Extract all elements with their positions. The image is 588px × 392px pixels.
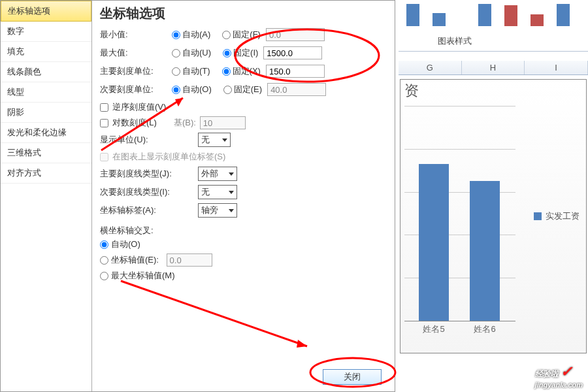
minor-fixed-radio[interactable]: 固定(E) (223, 84, 262, 95)
dialog-main: 坐标轴选项 最小值: 自动(A) 固定(F) 最大值: 自动(U) 固定(I) … (92, 1, 395, 391)
major-tick-select[interactable]: 外部 (198, 167, 237, 181)
reverse-label: 逆序刻度值(V) (112, 101, 166, 113)
chart-bar[interactable] (470, 181, 500, 321)
sidebar-item-line-color[interactable]: 线条颜色 (1, 62, 91, 82)
cross-max-label: 最大坐标轴值(M) (111, 270, 175, 282)
max-auto-radio[interactable]: 自动(U) (172, 47, 211, 59)
minor-label: 次要刻度单位: (100, 84, 172, 95)
minor-tick-select[interactable]: 无 (198, 185, 237, 199)
cross-title: 横坐标轴交叉: (100, 225, 387, 237)
thumb-bar (433, 13, 446, 26)
cross-value-radio[interactable] (100, 256, 108, 265)
thumb-bar (504, 5, 517, 26)
cross-auto-radio[interactable] (100, 240, 108, 249)
min-auto-radio[interactable]: 自动(A) (172, 29, 210, 41)
cross-max-radio[interactable] (100, 272, 108, 280)
col-header-h[interactable]: H (462, 61, 525, 74)
sidebar-item-fill[interactable]: 填充 (1, 42, 91, 62)
display-unit-label: 显示单位(U): (100, 134, 198, 146)
major-tick-label: 主要刻度线类型(J): (100, 168, 198, 180)
ribbon-chart-thumbs (399, 0, 588, 26)
thumb-bar (406, 4, 419, 26)
check-icon: ✓ (561, 363, 572, 380)
cross-value-label: 坐标轴值(E): (111, 254, 159, 266)
legend-swatch-icon (534, 212, 542, 220)
sidebar-item-number[interactable]: 数字 (1, 22, 91, 42)
axis-options-dialog: 坐标轴选项 数字 填充 线条颜色 线型 阴影 发光和柔化边缘 三维格式 对齐方式… (0, 0, 395, 392)
sidebar-item-axis-options[interactable]: 坐标轴选项 (1, 1, 91, 22)
thumb-bar (557, 4, 570, 26)
thumb-bar (531, 14, 544, 26)
major-fixed-radio[interactable]: 固定(X) (222, 65, 261, 77)
close-button[interactable]: 关闭 (323, 369, 382, 385)
sidebar-item-line-style[interactable]: 线型 (1, 82, 91, 103)
display-unit-select[interactable]: 无 (198, 133, 231, 147)
max-label: 最大值: (100, 47, 172, 59)
logscale-checkbox[interactable] (100, 119, 108, 127)
max-value-input[interactable] (263, 46, 322, 59)
sidebar-item-glow[interactable]: 发光和柔化边缘 (1, 123, 91, 143)
chart-plot-area: 姓名5 姓名6 (404, 106, 515, 321)
panel-title: 坐标轴选项 (100, 5, 387, 22)
x-category-label: 姓名5 (411, 323, 457, 335)
chart-style-label: 图表样式 (399, 26, 588, 52)
major-label: 主要刻度单位: (100, 65, 172, 77)
legend-label: 实发工资 (546, 210, 580, 222)
sidebar-item-align[interactable]: 对齐方式 (1, 163, 91, 184)
cross-value-input[interactable] (167, 253, 212, 267)
chart-legend[interactable]: 实发工资 (534, 210, 580, 222)
axis-label-label: 坐标轴标签(A): (100, 204, 198, 216)
embedded-chart[interactable]: 资 姓名5 姓名6 实发工资 (400, 79, 587, 353)
reverse-checkbox[interactable] (100, 103, 108, 112)
chart-title: 资 (404, 81, 419, 101)
minor-tick-label: 次要刻度线类型(I): (100, 186, 198, 198)
min-label: 最小值: (100, 29, 172, 41)
show-unit-label-text: 在图表上显示刻度单位标签(S) (112, 151, 225, 163)
show-unit-label-checkbox (100, 153, 108, 161)
thumb-bar (478, 4, 491, 26)
sidebar-item-3d[interactable]: 三维格式 (1, 143, 91, 163)
logscale-label: 对数刻度(L) (112, 117, 157, 129)
watermark: 经验啦 ✓ jingyanla.com (535, 363, 583, 389)
logbase-label: 基(B): (174, 117, 196, 129)
minor-value-input[interactable] (267, 83, 326, 96)
col-header-g[interactable]: G (399, 61, 462, 74)
major-auto-radio[interactable]: 自动(T) (172, 65, 210, 77)
chart-bar[interactable] (419, 164, 449, 321)
spreadsheet-area: 图表样式 G H I 资 姓名5 姓名6 实发工资 (399, 0, 588, 392)
x-category-label: 姓名6 (462, 323, 508, 335)
major-value-input[interactable] (266, 65, 325, 78)
cross-auto-label: 自动(O) (111, 238, 140, 250)
min-value-input[interactable] (266, 28, 325, 41)
column-headers: G H I (399, 61, 588, 75)
axis-label-select[interactable]: 轴旁 (198, 203, 237, 218)
dialog-sidebar: 坐标轴选项 数字 填充 线条颜色 线型 阴影 发光和柔化边缘 三维格式 对齐方式 (1, 1, 92, 391)
sidebar-item-shadow[interactable]: 阴影 (1, 103, 91, 123)
logbase-input[interactable] (200, 116, 246, 129)
minor-auto-radio[interactable]: 自动(O) (172, 84, 212, 95)
min-fixed-radio[interactable]: 固定(F) (222, 29, 261, 41)
max-fixed-radio[interactable]: 固定(I) (223, 47, 258, 59)
col-header-i[interactable]: I (525, 61, 588, 74)
